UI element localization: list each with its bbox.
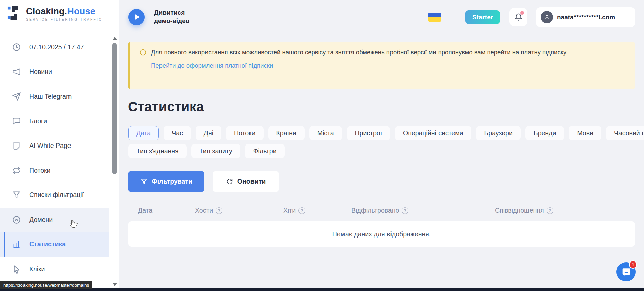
sidebar-item-blogs[interactable]: Блоги bbox=[0, 109, 109, 134]
sync-icon bbox=[12, 166, 21, 175]
tab-streams[interactable]: Потоки bbox=[226, 126, 263, 140]
funnel-icon bbox=[140, 178, 148, 185]
user-account-chip[interactable]: naata**********l.com bbox=[536, 7, 635, 27]
tab-brands[interactable]: Бренди bbox=[525, 126, 564, 140]
empty-state: Немає даних для відображення. bbox=[128, 221, 635, 247]
upgrade-subscription-link[interactable]: Перейти до оформлення платної підписки bbox=[151, 62, 273, 69]
app-window: Cloaking.House SERVICE FILTERING TRAFFIC… bbox=[0, 0, 644, 291]
sidebar-nav: 07.10.2025 / 17:47 Новини Наш Telegram Б… bbox=[0, 35, 109, 281]
sidebar-item-statistics[interactable]: Статистика bbox=[0, 232, 109, 257]
tab-operating-systems[interactable]: Операційні системи bbox=[395, 126, 471, 140]
tab-cities[interactable]: Міста bbox=[309, 126, 342, 140]
tab-countries[interactable]: Країни bbox=[268, 126, 305, 140]
page-icon bbox=[12, 141, 21, 150]
demo-video-label[interactable]: Дивитися демо-відео bbox=[154, 8, 189, 25]
col-hits: Хіти? bbox=[283, 207, 305, 214]
trial-warning-banner: Для повного використання всіх можливосте… bbox=[128, 42, 635, 89]
plan-badge-button[interactable]: Starter bbox=[465, 10, 500, 24]
play-demo-button[interactable] bbox=[128, 9, 145, 25]
banner-text: Для повного використання всіх можливосте… bbox=[151, 48, 567, 57]
window-bottom-edge bbox=[0, 288, 644, 291]
page-title: Статистика bbox=[128, 99, 204, 114]
sidebar-item-ai-white-page[interactable]: AI White Page bbox=[0, 133, 109, 158]
notifications-button[interactable] bbox=[509, 8, 527, 26]
sidebar-scrollbar bbox=[112, 35, 118, 288]
tab-request-type[interactable]: Тип запиту bbox=[191, 144, 240, 158]
col-ratio: Співвідношення? bbox=[495, 207, 553, 214]
sidebar-item-telegram[interactable]: Наш Telegram bbox=[0, 84, 109, 109]
help-icon[interactable]: ? bbox=[216, 207, 222, 214]
language-flag-ukraine[interactable] bbox=[428, 13, 441, 22]
warning-icon bbox=[139, 49, 147, 56]
funnel-icon bbox=[12, 190, 21, 199]
tab-filters[interactable]: Фільтри bbox=[245, 144, 285, 158]
link-preview-statusbar: https://cloaking.house/webmaster/domains bbox=[0, 281, 92, 289]
cursor-icon bbox=[12, 265, 21, 274]
sidebar-item-clicks[interactable]: Кліки bbox=[0, 257, 109, 282]
sidebar: Cloaking.House SERVICE FILTERING TRAFFIC… bbox=[0, 0, 119, 291]
stats-table-header: Дата Хости? Хіти? Відфільтровано? Співві… bbox=[128, 207, 635, 216]
tab-browsers[interactable]: Браузери bbox=[476, 126, 521, 140]
col-date: Дата bbox=[138, 207, 152, 214]
logo-title: Cloaking.House bbox=[26, 6, 102, 17]
tab-connection-type[interactable]: Тип з'єднання bbox=[128, 144, 187, 158]
refresh-icon bbox=[226, 178, 233, 185]
scroll-down-arrow[interactable] bbox=[113, 283, 117, 286]
notification-dot bbox=[520, 11, 524, 15]
scrollbar-thumb[interactable] bbox=[112, 43, 117, 174]
tab-devices[interactable]: Пристрої bbox=[347, 126, 390, 140]
sidebar-item-domains[interactable]: Домени bbox=[0, 208, 109, 232]
sidebar-item-news[interactable]: Новини bbox=[0, 60, 109, 84]
help-icon[interactable]: ? bbox=[402, 207, 408, 214]
sidebar-item-streams[interactable]: Потоки bbox=[0, 158, 109, 183]
chat-bubble-icon bbox=[12, 117, 21, 126]
help-icon[interactable]: ? bbox=[547, 207, 553, 214]
help-icon[interactable]: ? bbox=[298, 207, 305, 214]
chat-widget-button[interactable]: 1 bbox=[616, 262, 636, 281]
tab-timezone[interactable]: Часовий пояс bbox=[606, 126, 644, 140]
sidebar-item-datetime[interactable]: 07.10.2025 / 17:47 bbox=[0, 35, 109, 60]
chat-unread-badge: 1 bbox=[629, 260, 637, 269]
domain-icon bbox=[12, 215, 21, 224]
user-email: naata**********l.com bbox=[557, 14, 615, 21]
logo-mark-icon bbox=[7, 5, 21, 22]
megaphone-icon bbox=[12, 67, 21, 76]
col-hosts: Хости? bbox=[195, 207, 222, 214]
tab-time[interactable]: Час bbox=[164, 126, 191, 140]
logo[interactable]: Cloaking.House SERVICE FILTERING TRAFFIC bbox=[7, 5, 102, 22]
scroll-up-arrow[interactable] bbox=[113, 37, 117, 40]
tab-data[interactable]: Дата bbox=[128, 126, 159, 140]
col-filtered: Відфільтровано? bbox=[351, 207, 408, 214]
tab-languages[interactable]: Мови bbox=[569, 126, 601, 140]
filter-button[interactable]: Фільтрувати bbox=[128, 171, 204, 192]
bar-chart-icon bbox=[12, 240, 21, 249]
chat-widget-icon bbox=[621, 267, 632, 277]
filter-tabs: Дата Час Дні Потоки Країни Міста Пристро… bbox=[128, 126, 637, 162]
clock-icon bbox=[12, 43, 21, 52]
sidebar-item-filter-lists[interactable]: Списки фільтрації bbox=[0, 183, 109, 208]
logo-subtitle: SERVICE FILTERING TRAFFIC bbox=[26, 18, 102, 21]
tab-days[interactable]: Дні bbox=[196, 126, 221, 140]
avatar bbox=[541, 11, 553, 23]
refresh-button[interactable]: Оновити bbox=[213, 171, 279, 192]
telegram-icon bbox=[12, 92, 21, 101]
